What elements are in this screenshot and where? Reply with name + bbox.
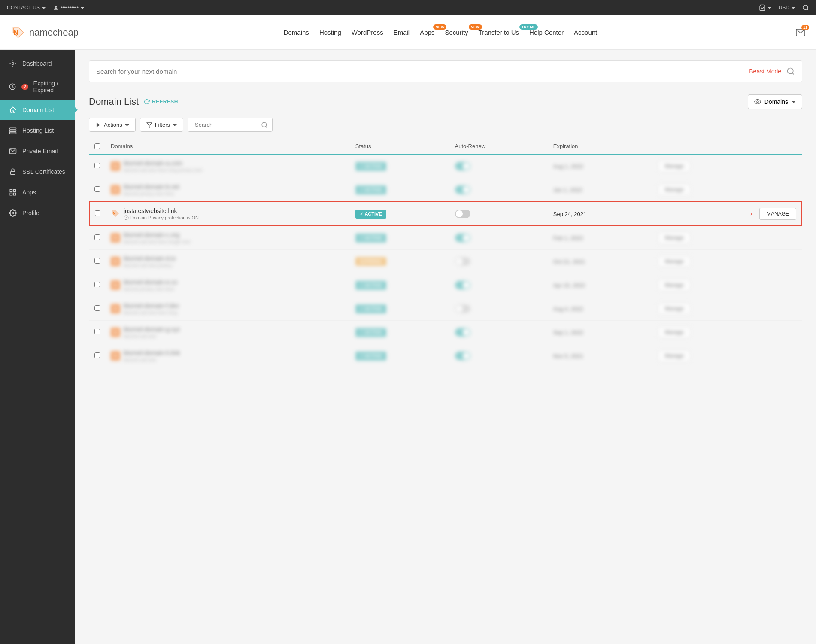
manage-button[interactable]: Manage	[658, 303, 691, 315]
row-autorenew-cell	[450, 250, 548, 273]
manage-button[interactable]: Manage	[658, 184, 691, 196]
nav-right: 11	[795, 27, 806, 38]
status-badge: ✓ ACTIVE	[355, 162, 386, 171]
row-checkbox[interactable]	[95, 210, 100, 216]
top-bar-left: CONTACT US ••••••••••	[7, 5, 85, 11]
row-autorenew-cell	[450, 297, 548, 321]
main-content: Beast Mode Domain List REFRESH Domains	[75, 50, 816, 644]
row-checkbox[interactable]	[94, 234, 100, 240]
email-icon	[9, 147, 17, 155]
row-checkbox[interactable]	[94, 163, 100, 168]
row-status-cell: ✓ ACTIVE	[350, 297, 450, 321]
mail-icon-wrap[interactable]: 11	[795, 27, 806, 38]
autorenew-toggle[interactable]	[455, 304, 470, 313]
user-menu-link[interactable]: ••••••••••	[53, 5, 85, 11]
chevron-down-icon	[42, 6, 46, 10]
row-checkbox[interactable]	[94, 186, 100, 192]
autorenew-toggle[interactable]	[455, 328, 470, 337]
actions-button[interactable]: Actions	[89, 118, 136, 132]
domain-sub: blurred sub text here longer text	[124, 239, 190, 244]
select-all-checkbox[interactable]	[94, 143, 100, 149]
row-expiration-cell: Aug 1, 2022	[548, 154, 652, 178]
usd-label: USD	[779, 5, 789, 11]
manage-button[interactable]: Manage	[658, 326, 691, 338]
autorenew-toggle[interactable]	[455, 210, 470, 218]
svg-marker-5	[791, 7, 795, 9]
sidebar-item-domain-list[interactable]: Domain List	[0, 100, 75, 120]
table-search-input[interactable]	[192, 118, 261, 131]
status-badge: ✓ ACTIVE	[355, 281, 386, 290]
top-search-link[interactable]	[802, 4, 809, 11]
nav-hosting[interactable]: Hosting	[319, 29, 341, 36]
svg-rect-18	[10, 193, 12, 195]
manage-button[interactable]: MANAGE	[759, 208, 796, 220]
domain-name: justatestwebsite.link	[124, 207, 199, 214]
dashboard-icon	[9, 59, 17, 68]
table-search-icon	[261, 122, 268, 128]
autorenew-toggle[interactable]	[455, 162, 470, 170]
autorenew-toggle[interactable]	[455, 352, 470, 360]
sidebar-item-private-email[interactable]: Private Email	[0, 141, 75, 161]
row-autorenew-cell	[450, 154, 548, 178]
nav-helpcenter[interactable]: Help Center	[529, 29, 564, 36]
filters-label: Filters	[155, 122, 170, 128]
nav-domains[interactable]: Domains	[284, 29, 309, 36]
nav-wordpress[interactable]: WordPress	[352, 29, 383, 36]
table-header: Domains Status Auto-Renew Expiration	[89, 139, 802, 154]
row-expiration-cell: Sep 1, 2022	[548, 321, 652, 344]
sidebar-dashboard-label: Dashboard	[22, 60, 52, 67]
manage-button[interactable]: Manage	[658, 232, 691, 244]
sidebar-item-apps[interactable]: Apps	[0, 182, 75, 203]
manage-button[interactable]: Manage	[658, 160, 691, 172]
cart-link[interactable]	[759, 4, 772, 11]
svg-rect-11	[10, 128, 16, 129]
domains-dropdown-button[interactable]: Domains	[748, 94, 802, 109]
nav-account[interactable]: Account	[574, 29, 597, 36]
svg-marker-4	[767, 7, 772, 9]
row-checkbox[interactable]	[94, 305, 100, 311]
status-badge: ✓ ACTIVE	[355, 185, 386, 194]
row-checkbox[interactable]	[94, 352, 100, 358]
toolbar: Actions Filters	[89, 118, 802, 132]
sidebar-item-dashboard[interactable]: Dashboard	[0, 53, 75, 74]
row-expiration-cell: Nov 5, 2021	[548, 344, 652, 368]
row-checkbox[interactable]	[94, 282, 100, 287]
autorenew-toggle[interactable]	[455, 185, 470, 194]
sidebar-item-expiring[interactable]: 2 Expiring / Expired	[0, 74, 75, 100]
row-checkbox[interactable]	[94, 258, 100, 264]
nav-transfer[interactable]: Transfer to Us TRY ME	[479, 29, 519, 36]
table-row: N blurred-domain-c.org blurred sub text …	[89, 226, 802, 250]
mail-count-badge: 11	[801, 25, 809, 30]
svg-marker-25	[125, 124, 129, 126]
sidebar-item-ssl[interactable]: SSL Certificates	[0, 161, 75, 182]
row-domain-cell: N blurred-domain-b.net blurred privacy t…	[106, 178, 350, 202]
domain-search-input[interactable]	[96, 68, 749, 75]
row-action-cell: Manage	[652, 250, 802, 273]
row-checkbox[interactable]	[94, 329, 100, 334]
sidebar-item-hosting-list[interactable]: Hosting List	[0, 120, 75, 141]
refresh-button[interactable]: REFRESH	[144, 99, 178, 105]
manage-button[interactable]: Manage	[658, 255, 691, 267]
search-icon[interactable]	[786, 67, 795, 76]
table-row: N blurred-domain-a.com blurred sub text …	[89, 154, 802, 178]
svg-marker-0	[42, 7, 46, 9]
status-badge: EXPIRING	[355, 257, 387, 266]
sidebar-item-profile[interactable]: Profile	[0, 203, 75, 223]
row-expiration-cell: Sep 24, 2021	[548, 202, 652, 226]
domain-name: blurred-domain-b.net	[124, 183, 179, 190]
beast-mode-label[interactable]: Beast Mode	[749, 68, 781, 75]
filters-button[interactable]: Filters	[140, 118, 183, 132]
autorenew-toggle[interactable]	[455, 257, 470, 266]
apps-icon	[9, 188, 17, 197]
nav-logo[interactable]: N namecheap	[10, 25, 79, 40]
usd-link[interactable]: USD	[779, 5, 795, 11]
manage-button[interactable]: Manage	[658, 350, 691, 362]
manage-button[interactable]: Manage	[658, 279, 691, 291]
nav-apps[interactable]: Apps NEW	[420, 29, 434, 36]
nav-email[interactable]: Email	[394, 29, 410, 36]
nav-security[interactable]: Security NEW	[445, 29, 468, 36]
contact-us-link[interactable]: CONTACT US	[7, 5, 46, 11]
status-badge: ✓ ACTIVE	[355, 352, 386, 361]
autorenew-toggle[interactable]	[455, 234, 470, 242]
autorenew-toggle[interactable]	[455, 281, 470, 289]
